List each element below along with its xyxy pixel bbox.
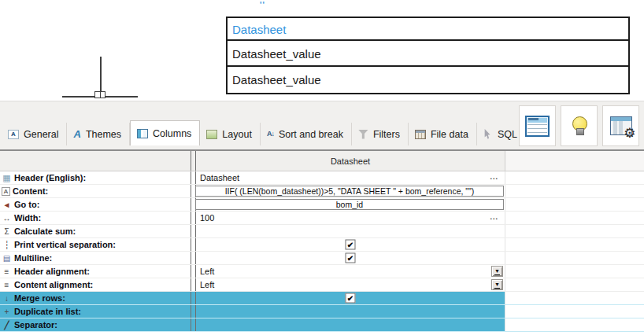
row-label-cell[interactable]: ΣCalculate sum: — [0, 225, 191, 237]
header-alignment-icon: ≡ — [2, 267, 12, 276]
row-label: Content: — [13, 186, 48, 196]
row-label-cell[interactable]: ╱Separator: — [0, 318, 191, 331]
toolbar-buttons: ⚙ — [519, 105, 639, 146]
ellipsis-button[interactable]: ... — [490, 173, 498, 181]
row-value-cell[interactable]: ✔ — [196, 252, 505, 264]
dropdown-button[interactable]: ▼ — [491, 279, 503, 290]
row-label: Go to: — [14, 200, 39, 209]
grid-row-go-to[interactable]: ◄Go to:bom_id — [0, 198, 644, 212]
row-label-cell[interactable]: ≡Header alignment: — [0, 265, 191, 278]
grid-row-calculate-sum[interactable]: ΣCalculate sum: — [0, 225, 644, 238]
tab-label: Themes — [86, 129, 121, 140]
row-label: Calculate sum: — [14, 226, 76, 236]
schematic-pin-junction — [94, 91, 105, 98]
row-value-cell[interactable] — [196, 225, 505, 237]
tab-general[interactable]: AGeneral — [2, 123, 67, 145]
row-filler — [505, 292, 644, 304]
row-label-cell[interactable]: AContent: — [0, 185, 191, 197]
value-text[interactable]: Datasheet — [200, 173, 239, 182]
table-settings-button[interactable]: ⚙ — [602, 105, 639, 146]
row-value-cell[interactable]: ✔ — [196, 238, 505, 251]
row-label: Width: — [14, 213, 41, 223]
row-value-cell[interactable]: ✔ — [196, 292, 505, 304]
grid-row-header-alignment[interactable]: ≡Header alignment:Left▼ — [0, 265, 644, 278]
value-text[interactable]: 100 — [200, 213, 214, 223]
grid-row-duplicate-in-list[interactable]: +Duplicate in list: — [0, 305, 644, 318]
tab-file-data[interactable]: File data — [409, 123, 477, 145]
row-value-cell[interactable] — [196, 318, 505, 331]
grid-column-header[interactable]: Datasheet — [196, 151, 505, 171]
tab-sort-and-break[interactable]: A↓Sort and break — [261, 123, 352, 145]
sort-icon: A↓ — [267, 131, 274, 138]
row-value-cell[interactable] — [196, 305, 505, 318]
row-filler — [505, 185, 644, 197]
preview-table-row[interactable]: Datasheet_value — [228, 67, 628, 93]
row-filler — [505, 238, 644, 251]
tab-label: Filters — [373, 129, 400, 140]
row-label-cell[interactable]: ▦Header (English): — [0, 171, 191, 184]
grid-row-multiline[interactable]: ▤Multiline:✔ — [0, 252, 644, 265]
row-label-cell[interactable]: +Duplicate in list: — [0, 305, 191, 318]
checkbox[interactable]: ✔ — [346, 240, 356, 250]
ellipsis-button[interactable]: ... — [490, 213, 498, 221]
grid-row-width[interactable]: ↔Width:100... — [0, 212, 644, 225]
goto-icon: ◄ — [2, 201, 12, 209]
row-label-cell[interactable]: ◄Go to: — [0, 198, 191, 211]
preview-table-row[interactable]: Datasheet_value — [228, 41, 628, 67]
general-icon: A — [8, 130, 19, 139]
preview-table[interactable]: Datasheet Datasheet_value Datasheet_valu… — [226, 17, 630, 94]
dropdown-button[interactable]: ▼ — [491, 266, 503, 277]
tab-layout[interactable]: Layout — [200, 123, 261, 145]
row-value-cell[interactable]: Left▼ — [196, 265, 505, 278]
row-value-cell[interactable]: Datasheet... — [196, 171, 505, 184]
grid-row-content-alignment[interactable]: ≡Content alignment:Left▼ — [0, 278, 644, 292]
grid-row-print-vertical-separation[interactable]: ┆Print vertical separation:✔ — [0, 238, 644, 252]
row-value-cell[interactable]: IIF( (LEN(bom_datasheet))>5, "DATA SHEET… — [196, 185, 505, 197]
grid-row-header-english[interactable]: ▦Header (English):Datasheet... — [0, 171, 644, 185]
row-filler — [505, 265, 644, 278]
grid-row-separator[interactable]: ╱Separator: — [0, 318, 644, 332]
hint-button[interactable] — [561, 105, 598, 146]
big-table-icon — [525, 116, 550, 137]
grid-header-label-cell — [0, 151, 191, 171]
value-text[interactable]: Left — [200, 267, 214, 276]
tab-label: Layout — [222, 129, 252, 140]
grid-row-content[interactable]: AContent:IIF( (LEN(bom_datasheet))>5, "D… — [0, 185, 644, 198]
checkbox[interactable]: ✔ — [346, 253, 356, 263]
row-label-cell[interactable]: ▤Multiline: — [0, 252, 191, 264]
checkbox[interactable]: ✔ — [346, 293, 356, 304]
row-filler — [505, 225, 644, 237]
vertical-separation-icon: ┆ — [2, 241, 12, 249]
themes-icon: A — [73, 129, 80, 139]
tab-themes[interactable]: AThemes — [67, 123, 130, 145]
sql-query-icon — [483, 129, 493, 139]
table-view-button[interactable] — [519, 105, 556, 146]
row-value-cell[interactable]: Left▼ — [196, 278, 505, 291]
row-value-cell[interactable]: 100... — [196, 212, 505, 224]
row-label-cell[interactable]: ≡Content alignment: — [0, 278, 191, 291]
grid-row-merge-rows[interactable]: ↓Merge rows:✔ — [0, 292, 644, 305]
value-input-box[interactable]: bom_id — [195, 199, 504, 210]
row-label: Header (English): — [14, 173, 86, 182]
layout-icon — [206, 130, 217, 139]
row-label-cell[interactable]: ↓Merge rows: — [0, 292, 191, 304]
row-value-cell[interactable]: bom_id — [196, 198, 505, 211]
row-filler — [505, 278, 644, 291]
value-input-box[interactable]: IIF( (LEN(bom_datasheet))>5, "DATA SHEET… — [195, 186, 504, 197]
grid-header-filler — [505, 151, 644, 171]
sum-icon: Σ — [2, 227, 12, 236]
selection-marker: '' — [260, 1, 265, 9]
row-label-cell[interactable]: ┆Print vertical separation: — [0, 238, 191, 251]
content-icon: A — [2, 187, 10, 196]
row-filler — [505, 212, 644, 224]
row-label-cell[interactable]: ↔Width: — [0, 212, 191, 224]
tab-columns[interactable]: Columns — [130, 120, 200, 145]
toolbar: AGeneralAThemesColumnsLayoutA↓Sort and b… — [0, 101, 644, 149]
preview-table-header-cell[interactable]: Datasheet — [228, 18, 628, 41]
value-text[interactable]: Left — [200, 280, 214, 289]
row-filler — [505, 252, 644, 264]
column-property-grid: Datasheet ▦Header (English):Datasheet...… — [0, 149, 644, 332]
tab-filters[interactable]: Filters — [352, 123, 409, 145]
content-alignment-icon: ≡ — [2, 281, 12, 289]
table-gear-icon: ⚙ — [610, 116, 632, 135]
